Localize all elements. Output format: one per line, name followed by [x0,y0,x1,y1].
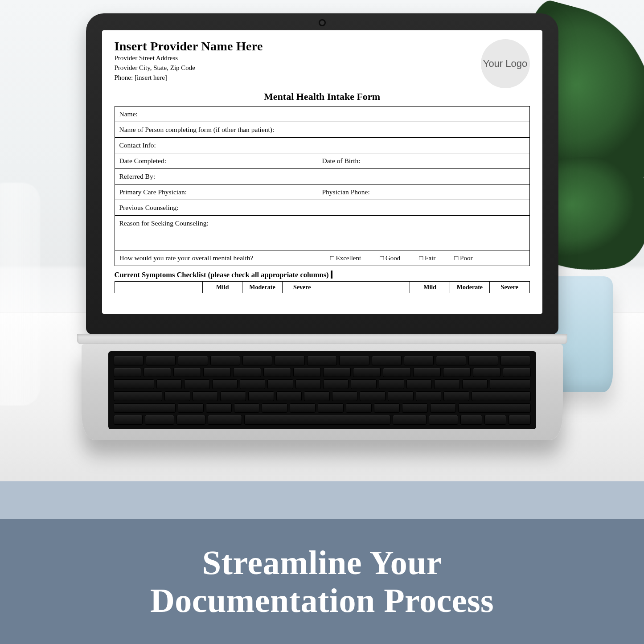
col-severe: Severe [490,282,529,293]
col-moderate: Moderate [450,282,489,293]
banner-main: Streamline Your Documentation Process [0,519,644,644]
field-pcp[interactable]: Primary Care Physician: Physician Phone: [115,185,529,200]
text-cursor-icon [331,271,332,279]
col-mild: Mild [202,282,242,293]
label-date-completed: Date Completed: [119,157,322,165]
field-referred[interactable]: Referred By: [115,169,529,185]
field-completer[interactable]: Name of Person completing form (if other… [115,122,529,138]
rating-question: How would you rate your overall mental h… [119,254,330,262]
field-contact[interactable]: Contact Info: [115,138,529,153]
keyboard-icon [108,351,536,429]
laptop-base [77,334,567,450]
provider-name: Insert Provider Name Here [115,39,263,53]
rating-option[interactable]: Excellent [330,254,361,262]
checklist-heading: Current Symptoms Checklist (please check… [115,271,530,279]
symptoms-table: Mild Moderate Severe Mild Moderate Sever… [115,281,530,293]
photo-background: Insert Provider Name Here Provider Stree… [0,0,644,481]
banner-accent-strip [0,481,644,519]
field-rating[interactable]: How would you rate your overall mental h… [115,250,529,266]
laptop-lid: Insert Provider Name Here Provider Stree… [86,13,558,334]
col-severe: Severe [282,282,322,293]
rating-option[interactable]: Good [380,254,400,262]
field-reason[interactable]: Reason for Seeking Counseling: [115,216,529,250]
provider-block: Insert Provider Name Here Provider Stree… [115,39,263,88]
form-title: Mental Health Intake Form [115,91,530,103]
col-moderate: Moderate [242,282,282,293]
field-name[interactable]: Name: [115,107,529,122]
logo-placeholder-text: Your Logo [483,58,528,69]
table-row: Mild Moderate Severe Mild Moderate Sever… [115,282,529,293]
webcam-icon [320,21,324,25]
label-pcp-phone: Physician Phone: [322,188,370,196]
field-dates[interactable]: Date Completed: Date of Birth: [115,153,529,169]
provider-city: Provider City, State, Zip Code [115,63,263,73]
banner-tagline: Streamline Your Documentation Process [150,544,494,619]
label-pcp: Primary Care Physician: [119,188,322,196]
laptop-mockup: Insert Provider Name Here Provider Stree… [86,13,558,450]
provider-phone: Phone: [insert here] [115,73,263,83]
logo-placeholder: Your Logo [481,39,530,88]
rating-option[interactable]: Fair [419,254,435,262]
col-mild: Mild [410,282,450,293]
rating-options: Excellent Good Fair Poor [330,254,525,262]
provider-street: Provider Street Address [115,53,263,63]
product-mockup-scene: Insert Provider Name Here Provider Stree… [0,0,644,644]
rating-option[interactable]: Poor [454,254,472,262]
document-preview: Insert Provider Name Here Provider Stree… [102,30,542,314]
label-dob: Date of Birth: [322,157,361,165]
intake-form-table: Name: Name of Person completing form (if… [115,106,530,266]
glass-decor [0,183,40,406]
field-prev-counseling[interactable]: Previous Counseling: [115,200,529,216]
